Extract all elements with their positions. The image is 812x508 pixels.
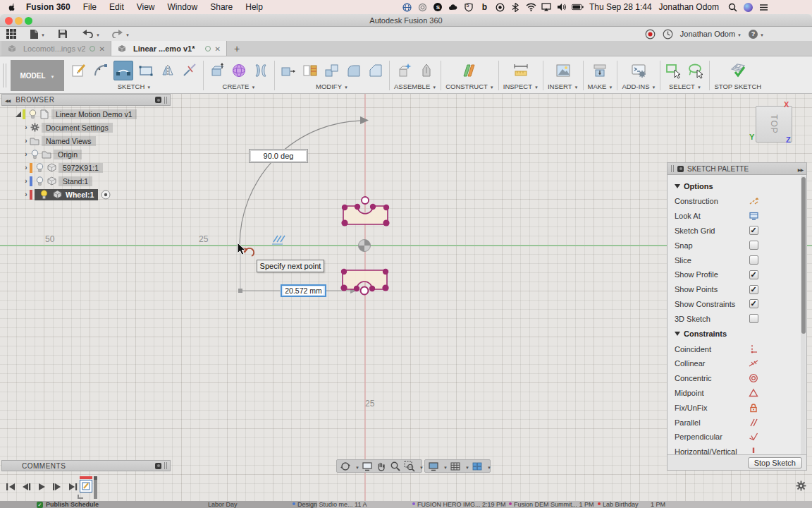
palette-scrollbar[interactable] [801, 176, 806, 454]
active-arc-tool-icon[interactable] [113, 61, 133, 80]
tree-item-label[interactable]: Named Views [42, 136, 96, 146]
chevron-right-icon[interactable] [23, 190, 30, 198]
palette-row-perpendicular[interactable]: Perpendicular [675, 430, 800, 445]
show-points-checkbox[interactable]: ✓ [749, 285, 758, 294]
palette-row-show-constraints[interactable]: Show Constraints ✓ [675, 297, 800, 312]
toolbar-grip[interactable] [3, 64, 6, 87]
tree-item-label-selected[interactable]: Wheel:1 [35, 189, 98, 200]
palette-row-snap[interactable]: Snap [675, 238, 800, 253]
constraints-section-header[interactable]: Constraints [675, 326, 800, 341]
minimize-window-button[interactable] [15, 17, 23, 25]
app-grid-icon[interactable] [6, 28, 17, 40]
menubar-app-name[interactable]: Fusion 360 [26, 2, 70, 12]
stop-sketch-palette-button[interactable]: Stop Sketch [748, 457, 802, 468]
redo-button[interactable] [111, 30, 130, 38]
close-window-button[interactable] [5, 17, 13, 25]
zoom-window-button[interactable] [25, 17, 32, 25]
palette-row-slice[interactable]: Slice [675, 253, 800, 267]
s-app-status-icon[interactable] [432, 1, 444, 13]
timeline-position-handle[interactable] [94, 476, 97, 499]
tab-locomotive-drawings[interactable]: Locomoti...ings v2* [1, 41, 111, 56]
step-forward-icon[interactable] [51, 481, 63, 492]
revolve-icon[interactable] [252, 61, 270, 80]
show-constraints-checkbox[interactable]: ✓ [749, 299, 758, 308]
stop-sketch-icon[interactable] [729, 61, 747, 80]
close-tab-icon[interactable] [99, 44, 105, 53]
assemble-menu[interactable]: ASSEMBLE [394, 83, 436, 93]
panel-grip[interactable] [164, 462, 167, 469]
tree-row-origin[interactable]: Origin [1, 147, 178, 161]
spotlight-search-icon[interactable] [727, 1, 739, 13]
close-tab-icon[interactable] [215, 44, 221, 53]
battery-icon[interactable] [572, 1, 584, 13]
palette-row-midpoint[interactable]: Midpoint [675, 386, 800, 401]
new-component-icon[interactable] [395, 61, 414, 80]
chevron-right-icon[interactable] [23, 137, 30, 145]
zoom-icon[interactable] [389, 460, 402, 472]
menu-view[interactable]: View [137, 2, 155, 12]
tree-row-named-views[interactable]: Named Views [1, 134, 178, 147]
palette-row-horizontal-vertical[interactable]: Horizontal/Vertical [675, 445, 800, 454]
trim-tool-icon[interactable] [180, 61, 199, 80]
measure-icon[interactable] [512, 61, 530, 80]
select-menu[interactable]: SELECT [665, 83, 705, 93]
grid-dropdown-caret[interactable] [465, 462, 469, 471]
select-window-icon[interactable] [665, 61, 683, 80]
play-icon[interactable] [35, 481, 48, 492]
tree-row-root[interactable]: Linear Motion Demo v1 [1, 107, 178, 121]
collinear-icon[interactable] [748, 358, 759, 368]
palette-row-coincident[interactable]: Coincident [675, 341, 800, 356]
palette-row-construction[interactable]: Construction [675, 194, 800, 209]
make-3dprint-icon[interactable] [591, 61, 609, 80]
spiral-status-icon[interactable] [417, 1, 429, 13]
inspect-menu[interactable]: INSPECT [503, 83, 539, 93]
palette-row-sketch-grid[interactable]: Sketch Grid ✓ [675, 224, 800, 238]
menubar-user[interactable]: Jonathan Odom [659, 2, 719, 12]
file-menu-button[interactable] [30, 29, 45, 40]
screen-record-icon[interactable] [645, 29, 656, 40]
workspace-selector[interactable]: MODEL [11, 60, 64, 91]
pan-hand-icon[interactable] [375, 460, 388, 472]
comments-panel-header[interactable]: COMMENTS [1, 460, 171, 471]
zoom-window-icon[interactable] [403, 460, 416, 472]
tree-row-stand[interactable]: Stand:1 [1, 174, 178, 188]
display-dropdown-caret[interactable] [443, 462, 448, 471]
look-at-icon[interactable] [748, 211, 759, 221]
wifi-icon[interactable] [525, 1, 537, 13]
look-at-nav-icon[interactable] [361, 460, 374, 472]
extrude-icon[interactable] [208, 61, 226, 80]
tree-row-wheel[interactable]: Wheel:1 [1, 188, 178, 201]
sketch-menu[interactable]: SKETCH [70, 83, 199, 93]
undo-button[interactable] [82, 30, 100, 38]
beats-status-icon[interactable] [479, 1, 491, 13]
panel-dock-icon[interactable] [677, 166, 684, 172]
perpendicular-icon[interactable] [748, 432, 759, 442]
go-to-start-icon[interactable] [4, 481, 17, 492]
create-menu[interactable]: CREATE [208, 83, 270, 93]
tree-item-label[interactable]: Origin [54, 150, 82, 159]
collapse-panel-icon[interactable] [798, 165, 803, 173]
tree-row-document-settings[interactable]: Document Settings [1, 121, 178, 134]
horizontal-vertical-icon[interactable] [748, 447, 759, 454]
slice-checkbox[interactable] [749, 255, 758, 265]
palette-row-concentric[interactable]: Concentric [675, 371, 800, 386]
orbit-dropdown-caret[interactable] [355, 462, 359, 471]
siri-icon[interactable] [742, 1, 754, 13]
palette-row-3d-sketch[interactable]: 3D Sketch [675, 311, 800, 326]
concentric-icon[interactable] [748, 373, 759, 383]
coincident-icon[interactable] [748, 344, 759, 354]
tree-item-label[interactable]: Stand:1 [59, 176, 92, 186]
palette-row-show-profile[interactable]: Show Profile ✓ [675, 267, 800, 282]
shield-status-icon[interactable] [463, 1, 475, 13]
help-menu[interactable] [749, 30, 764, 39]
browser-status-icon[interactable] [401, 1, 413, 13]
modify-menu[interactable]: MODIFY [279, 83, 385, 93]
tab-linear-motion-demo[interactable]: Linear ...emo v1* [111, 41, 227, 56]
coil-icon[interactable] [230, 61, 248, 80]
tree-item-label[interactable]: 5972K91:1 [59, 163, 103, 173]
fillet-icon[interactable] [345, 61, 363, 80]
scripts-addins-icon[interactable] [629, 61, 648, 80]
sketch-palette-header[interactable]: SKETCH PALETTE [668, 163, 806, 175]
snap-checkbox[interactable] [749, 241, 758, 250]
rectangle-tool-icon[interactable] [137, 61, 155, 80]
